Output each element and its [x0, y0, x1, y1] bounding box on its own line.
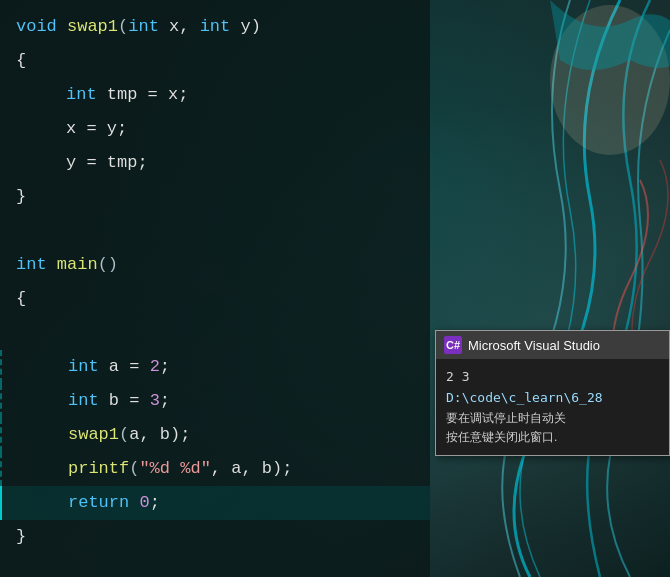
vs-icon: C#: [444, 336, 462, 354]
info-line-1: 要在调试停止时自动关: [446, 409, 659, 428]
popup-title: Microsoft Visual Studio: [468, 338, 600, 353]
code-line-10: [16, 316, 430, 350]
popup-titlebar: C# Microsoft Visual Studio: [436, 331, 669, 359]
code-line-1: void swap1(int x, int y): [16, 10, 430, 44]
output-path: D:\code\c_learn\6_28: [446, 388, 659, 409]
code-line-4: x = y;: [16, 112, 430, 146]
vs-popup-window: C# Microsoft Visual Studio 2 3 D:\code\c…: [435, 330, 670, 456]
code-line-16: }: [16, 520, 430, 554]
function-name-swap1: swap1: [67, 10, 118, 44]
popup-content: 2 3 D:\code\c_learn\6_28 要在调试停止时自动关 按任意键…: [436, 359, 669, 455]
code-editor: void swap1(int x, int y) { int tmp = x; …: [0, 0, 430, 577]
code-line-3: int tmp = x;: [16, 78, 430, 112]
code-line-14: printf("%d %d", a, b);: [0, 452, 430, 486]
function-name-main: main: [57, 248, 98, 282]
info-line-2: 按任意键关闭此窗口.: [446, 428, 659, 447]
code-line-15: return 0;: [0, 486, 430, 520]
code-line-8: int main(): [16, 248, 430, 282]
code-line-9: {: [16, 282, 430, 316]
code-line-5: y = tmp;: [16, 146, 430, 180]
code-line-12: int b = 3;: [0, 384, 430, 418]
output-line-1: 2 3: [446, 367, 659, 388]
code-line-11: int a = 2;: [0, 350, 430, 384]
code-line-6: }: [16, 180, 430, 214]
code-line-2: {: [16, 44, 430, 78]
keyword-void: void: [16, 10, 57, 44]
code-line-7: [16, 214, 430, 248]
code-line-13: swap1(a, b);: [0, 418, 430, 452]
code-content: void swap1(int x, int y) { int tmp = x; …: [0, 0, 430, 564]
